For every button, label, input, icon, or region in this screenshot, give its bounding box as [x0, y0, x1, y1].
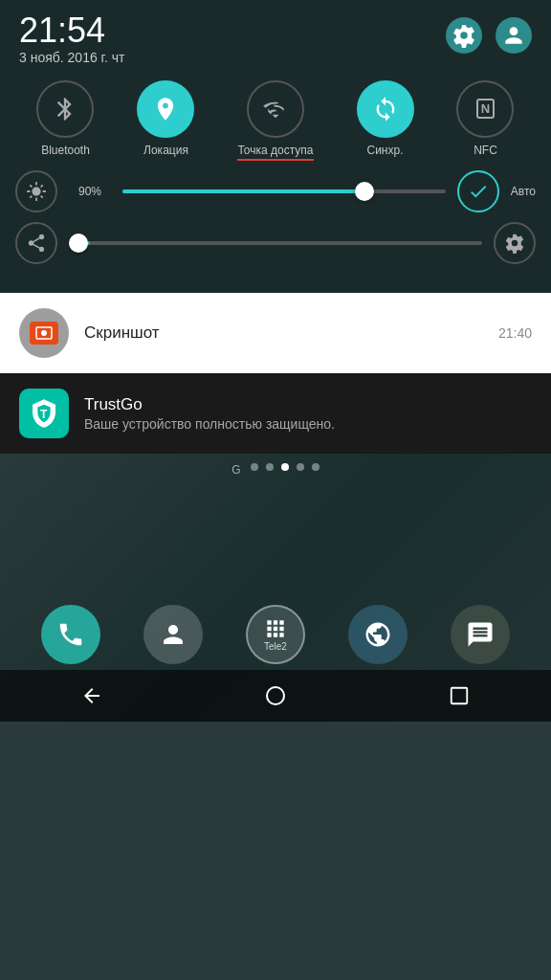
sound-slider[interactable] — [69, 241, 482, 245]
quick-settings-panel: 21:54 3 нояб. 2016 г. чт Bluetooth Лок — [0, 0, 551, 293]
status-bar: 21:54 3 нояб. 2016 г. чт — [0, 0, 551, 73]
location-label: Локация — [143, 144, 188, 157]
dock-phone[interactable] — [41, 605, 100, 664]
wallpaper-area: G Tele2 — [0, 454, 551, 722]
brightness-thumb[interactable] — [355, 182, 374, 201]
page-dot-4 — [297, 463, 304, 471]
toggle-location[interactable]: Локация — [137, 80, 194, 157]
notifications-area: Скриншот 21:40 T TrustGo Ваше устройство… — [0, 293, 551, 454]
location-circle — [137, 80, 194, 138]
brightness-row: 90% Авто — [15, 170, 536, 212]
google-dot-label: G — [231, 463, 240, 477]
hotspot-circle — [247, 80, 304, 138]
dock-apps[interactable]: Tele2 — [246, 605, 305, 664]
nfc-label: NFC — [474, 144, 497, 157]
settings-button[interactable] — [446, 17, 482, 54]
notification-trustgo[interactable]: T TrustGo Ваше устройство полностью защи… — [0, 373, 551, 454]
status-icons — [446, 11, 532, 54]
page-dot-5 — [312, 463, 320, 471]
dock-apps-label: Tele2 — [264, 641, 287, 652]
brightness-slider[interactable] — [122, 189, 446, 193]
nfc-circle: N — [456, 80, 514, 138]
page-dots: G — [0, 454, 551, 486]
sound-icon[interactable] — [15, 222, 57, 264]
svg-text:T: T — [40, 408, 48, 421]
hotspot-label: Точка доступа — [237, 144, 313, 157]
page-dot-1 — [251, 463, 258, 471]
clock-date: 3 нояб. 2016 г. чт — [19, 50, 125, 65]
dock-messages[interactable] — [451, 605, 510, 664]
recents-button[interactable] — [435, 672, 483, 720]
sound-thumb[interactable] — [69, 234, 88, 253]
screenshot-icon-inner — [30, 322, 58, 345]
sync-label: Синхр. — [366, 144, 403, 157]
trustgo-content: TrustGo Ваше устройство полностью защище… — [84, 395, 335, 432]
trustgo-subtitle: Ваше устройство полностью защищено. — [84, 416, 335, 432]
screenshot-title: Скриншот — [84, 323, 483, 343]
auto-label: Авто — [511, 185, 536, 198]
screenshot-content: Скриншот — [84, 323, 483, 343]
sound-row — [15, 222, 536, 264]
bluetooth-circle — [36, 80, 94, 138]
home-button[interactable] — [252, 672, 299, 720]
toggle-nfc[interactable]: N NFC — [456, 80, 514, 157]
svg-point-3 — [267, 687, 284, 704]
auto-brightness-button[interactable] — [457, 170, 499, 212]
page-dot-3 — [281, 463, 289, 471]
svg-rect-4 — [452, 688, 468, 704]
screenshot-time: 21:40 — [498, 325, 532, 341]
svg-point-1 — [41, 330, 47, 336]
sliders-section: 90% Авто — [0, 161, 551, 278]
toggle-hotspot[interactable]: Точка доступа — [237, 80, 313, 157]
nav-bar — [0, 670, 551, 722]
user-button[interactable] — [496, 17, 532, 54]
brightness-icon[interactable] — [15, 170, 57, 212]
toggle-bluetooth[interactable]: Bluetooth — [36, 80, 94, 157]
dock: Tele2 — [0, 605, 551, 664]
bluetooth-label: Bluetooth — [41, 144, 90, 157]
toggle-row: Bluetooth Локация Точка доступа Синхр. — [0, 73, 551, 161]
screenshot-icon — [19, 308, 69, 358]
brightness-label: 90% — [69, 185, 111, 198]
page-dot-2 — [266, 463, 274, 471]
back-button[interactable] — [68, 672, 116, 720]
brightness-fill — [122, 189, 364, 193]
clock-time: 21:54 — [19, 11, 125, 50]
sync-circle — [357, 80, 414, 138]
sound-settings-button[interactable] — [494, 222, 536, 264]
trustgo-icon: T — [19, 389, 69, 438]
dock-contacts[interactable] — [143, 605, 203, 664]
dock-browser[interactable] — [348, 605, 408, 664]
notification-screenshot[interactable]: Скриншот 21:40 — [0, 293, 551, 373]
toggle-sync[interactable]: Синхр. — [357, 80, 414, 157]
trustgo-title: TrustGo — [84, 395, 335, 414]
time-date: 21:54 3 нояб. 2016 г. чт — [19, 11, 125, 65]
